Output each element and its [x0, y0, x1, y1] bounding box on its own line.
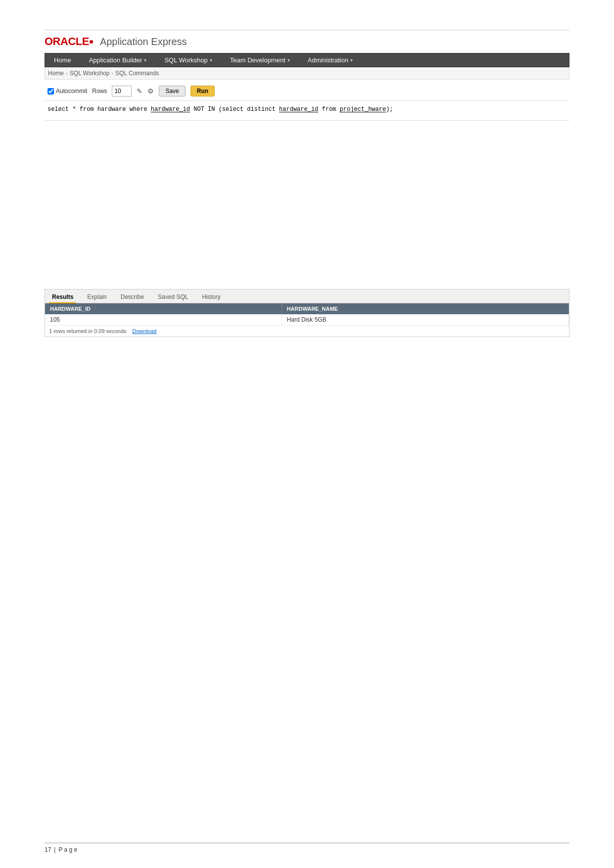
oracle-logo: ORACLE — [45, 35, 93, 48]
tab-saved-sql[interactable]: Saved SQL — [155, 291, 191, 303]
breadcrumb-home[interactable]: Home — [48, 70, 64, 77]
sql-text-select: select * from hardware where — [47, 106, 151, 113]
results-table: HARDWARE_ID HARDWARE_NAME 105 Hard Disk … — [45, 303, 569, 326]
sql-text-hardware-id-1: hardware_id — [151, 106, 190, 113]
rows-input[interactable] — [112, 86, 132, 96]
sql-text-project-hware: project_hware — [340, 106, 386, 113]
edit-icon[interactable]: ✎ — [137, 87, 142, 95]
run-button[interactable]: Run — [190, 86, 215, 96]
table-row: 105 Hard Disk 5GB — [45, 314, 569, 326]
sql-text-end: ); — [386, 106, 393, 113]
oracle-header: ORACLE Application Express — [45, 35, 569, 51]
nav-label-sql-workshop: SQL Workshop — [164, 56, 207, 64]
application-builder-arrow-icon: ▾ — [144, 57, 146, 63]
page-text: P a g e — [58, 846, 77, 853]
autocommit-checkbox[interactable] — [47, 88, 54, 95]
sql-text-notin: NOT IN (select distinct — [190, 106, 279, 113]
page-separator: | — [54, 846, 55, 853]
autocommit-label: Autocommit — [56, 88, 87, 95]
download-link[interactable]: Download — [133, 328, 157, 334]
nav-label-home: Home — [54, 56, 71, 64]
nav-item-administration[interactable]: Administration ▾ — [299, 53, 362, 67]
sql-workshop-arrow-icon: ▾ — [210, 57, 212, 63]
results-footer: 1 rows returned in 0.09 seconds Download — [45, 326, 569, 337]
save-button[interactable]: Save — [159, 86, 185, 96]
sql-text-from: from — [318, 106, 339, 113]
sql-text-hardware-id-2: hardware_id — [279, 106, 318, 113]
breadcrumb-sep-2: › — [111, 70, 113, 76]
settings-icon[interactable]: ⚙ — [147, 87, 154, 95]
breadcrumb-sql-workshop[interactable]: SQL Workshop — [70, 70, 110, 77]
autocommit-container: Autocommit — [47, 88, 87, 95]
table-header-row: HARDWARE_ID HARDWARE_NAME — [45, 303, 569, 314]
administration-arrow-icon: ▾ — [350, 57, 353, 63]
tab-history[interactable]: History — [199, 291, 223, 303]
toolbar: Autocommit Rows ✎ ⚙ Save Run — [45, 82, 569, 101]
rows-label: Rows — [92, 88, 107, 95]
col-hardware-name: HARDWARE_NAME — [282, 303, 568, 314]
nav-item-sql-workshop[interactable]: SQL Workshop ▾ — [155, 53, 221, 67]
page-number: 17 — [45, 846, 51, 853]
cell-hardware-id-1: 105 — [45, 314, 282, 326]
nav-item-home[interactable]: Home — [45, 53, 80, 67]
nav-item-application-builder[interactable]: Application Builder ▾ — [80, 53, 156, 67]
nav-label-application-builder: Application Builder — [89, 56, 142, 64]
oracle-logo-text: ORACLE — [45, 35, 89, 48]
oracle-logo-dot — [90, 40, 93, 44]
nav-label-administration: Administration — [308, 56, 348, 64]
tab-describe[interactable]: Describe — [118, 291, 147, 303]
results-area: Results Explain Describe Saved SQL Histo… — [45, 289, 569, 337]
tab-explain[interactable]: Explain — [84, 291, 109, 303]
tab-results[interactable]: Results — [49, 291, 76, 303]
breadcrumb-sql-commands: SQL Commands — [115, 70, 159, 77]
breadcrumb-sep-1: › — [66, 70, 68, 76]
page-footer: 17 | P a g e — [45, 843, 569, 853]
app-express-title: Application Express — [100, 36, 187, 48]
nav-label-team-development: Team Development — [230, 56, 285, 64]
nav-bar: Home Application Builder ▾ SQL Workshop … — [45, 53, 569, 67]
nav-item-team-development[interactable]: Team Development ▾ — [221, 53, 299, 67]
breadcrumb: Home › SQL Workshop › SQL Commands — [45, 67, 569, 80]
team-development-arrow-icon: ▾ — [287, 57, 290, 63]
cell-hardware-name-1: Hard Disk 5GB — [282, 314, 568, 326]
rows-returned-text: 1 rows returned in 0.09 seconds — [49, 328, 127, 334]
results-tabs: Results Explain Describe Saved SQL Histo… — [45, 289, 569, 303]
sql-editor[interactable]: select * from hardware where hardware_id… — [45, 101, 569, 121]
col-hardware-id: HARDWARE_ID — [45, 303, 282, 314]
